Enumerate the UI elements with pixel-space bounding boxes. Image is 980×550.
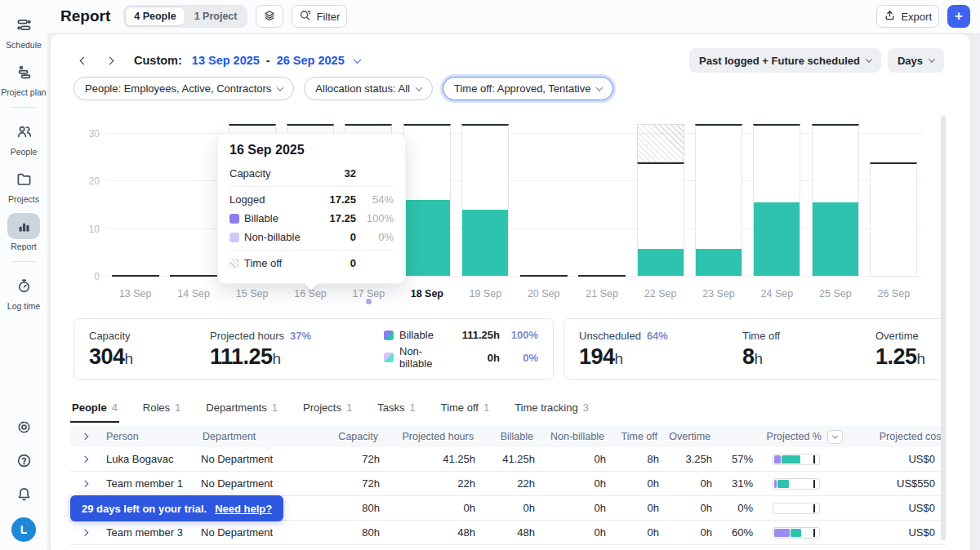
chevron-down-icon — [416, 84, 422, 91]
row-expand-chevron[interactable] — [70, 530, 100, 535]
hundred-percent-tick — [813, 480, 815, 488]
billable-swatch-icon — [229, 214, 239, 224]
row-expand-chevron[interactable] — [70, 457, 100, 462]
table-row-1[interactable]: Luka BogavacNo Department72h41.25h41.25h… — [70, 447, 946, 472]
capacity: 72h — [296, 477, 380, 490]
capacity-bar-25-sep[interactable] — [812, 124, 859, 277]
column-header-person: Person — [100, 431, 201, 442]
tab-time-off[interactable]: Time off1 — [439, 400, 491, 421]
range-start-date[interactable]: 13 Sep 2025 — [192, 54, 260, 67]
logged-segment — [774, 480, 777, 488]
projected-pct-bar — [773, 527, 820, 539]
legend-percent: 100% — [506, 329, 538, 341]
tab-projects[interactable]: Projects1 — [301, 400, 354, 421]
report-card: Custom: 13 Sep 2025 - 26 Sep 2025 Past l… — [51, 34, 970, 550]
sidebar-item-projects[interactable]: Projects — [0, 161, 47, 208]
billable-legend: Billable111.25h100%Non-billable0h0% — [369, 330, 538, 369]
prev-period-button[interactable] — [74, 51, 93, 70]
sidebar-item-people[interactable]: People — [0, 113, 47, 161]
tooltip-date: 16 Sep 2025 — [229, 143, 394, 157]
x-axis-label-23-sep: 23 Sep — [702, 288, 735, 299]
tooltip-row-percent: 0% — [361, 231, 394, 243]
tab-time-tracking[interactable]: Time tracking3 — [513, 400, 590, 421]
tab-tasks[interactable]: Tasks1 — [376, 400, 416, 421]
x-axis-label-13-sep: 13 Sep — [119, 288, 152, 299]
next-period-button[interactable] — [100, 51, 119, 70]
tooltip-row-non-billable: Non-billable00% — [229, 228, 394, 246]
tab-roles[interactable]: Roles1 — [141, 400, 182, 421]
project-scope-button[interactable]: 1 Project — [185, 7, 247, 26]
filter-pill-1[interactable]: People: Employees, Active, Contractors — [74, 77, 294, 100]
date-range-chevron-icon[interactable] — [353, 55, 361, 64]
sidebar-bottom: L — [0, 417, 47, 542]
tooltip-row-label: Logged — [229, 193, 315, 206]
expand-all-chevron[interactable] — [70, 434, 100, 439]
scheduled-segment — [782, 455, 800, 464]
interval-select[interactable]: Days — [888, 48, 944, 73]
table-row-2[interactable]: Team member 1No Department72h22h22h0h0h0… — [70, 472, 946, 496]
bell-icon[interactable] — [14, 484, 33, 503]
non-billable-swatch-icon — [229, 233, 239, 242]
tab-people[interactable]: People4 — [70, 400, 119, 423]
capacity-bar-26-sep[interactable] — [870, 162, 917, 277]
capacity-bar-22-sep[interactable] — [637, 162, 684, 277]
add-button[interactable]: + — [947, 5, 970, 28]
person-name: Team member 1 — [100, 477, 201, 490]
x-axis-label-19-sep: 19 Sep — [469, 288, 501, 299]
need-help-link[interactable]: Need help? — [215, 503, 272, 515]
topbar: Report 4 People 1 Project Filter Export … — [47, 0, 980, 33]
selected-day-dot — [366, 299, 372, 304]
tab-departments[interactable]: Departments1 — [204, 400, 279, 421]
overtime: 3.25h — [659, 453, 712, 465]
sidebar-item-label: Projects — [8, 194, 39, 204]
export-button-label: Export — [901, 11, 932, 23]
projected-pct: 0% — [712, 502, 753, 514]
projected-pct-bar-cell — [753, 478, 825, 490]
filter-button[interactable]: Filter — [292, 5, 347, 28]
projected-hours: 0h — [380, 502, 475, 514]
chevron-down-icon — [832, 432, 838, 438]
capacity: 80h — [296, 502, 380, 514]
x-axis-label-22-sep: 22 Sep — [644, 288, 677, 299]
row-expand-chevron[interactable] — [70, 481, 100, 486]
tooltip-row-percent: 54% — [361, 193, 394, 206]
billable: 22h — [475, 477, 535, 490]
legend-label: Non-billable — [399, 345, 447, 370]
projected-pct-bar-cell — [753, 454, 825, 465]
capacity-bar-19-sep[interactable] — [461, 124, 509, 277]
help-icon[interactable] — [14, 450, 33, 470]
tooltip-row-logged: Logged17.2554% — [229, 190, 394, 209]
people-scope-button[interactable]: 4 People — [125, 7, 185, 26]
hundred-percent-tick — [813, 529, 815, 537]
legend-percent: 0% — [506, 352, 538, 364]
capacity-bar-18-sep[interactable] — [403, 124, 451, 277]
person-name: Luka Bogavac — [100, 453, 201, 465]
export-button[interactable]: Export — [876, 5, 939, 28]
logged-scheduled-mode-select[interactable]: Past logged + Future scheduled — [689, 48, 881, 73]
table-row-4[interactable]: Team member 3No Department80h48h48h0h0h0… — [70, 521, 946, 545]
non-billable: 0h — [535, 502, 606, 514]
sidebar-item-log-time[interactable]: Log time — [0, 268, 47, 315]
range-end-date[interactable]: 26 Sep 2025 — [277, 54, 345, 67]
sidebar-item-schedule[interactable]: Schedule — [0, 7, 47, 54]
tab-count: 3 — [583, 401, 589, 414]
filter-pill-2[interactable]: Allocation status: All — [304, 77, 433, 100]
sidebar-item-project-plan[interactable]: Project plan — [0, 54, 47, 101]
projected-pct-bar — [773, 478, 820, 490]
capacity-bar-24-sep[interactable] — [753, 124, 800, 277]
capacity-bar-23-sep[interactable] — [695, 124, 742, 277]
sidebar-item-label: Schedule — [6, 40, 42, 50]
tooltip-row-label: Non-billable — [244, 231, 315, 243]
projected-pct-bar — [773, 454, 820, 465]
views-button[interactable] — [256, 5, 283, 28]
sidebar: ScheduleProject planPeopleProjectsReport… — [0, 0, 47, 550]
time-off: 0h — [606, 502, 659, 514]
gear-icon[interactable] — [14, 417, 33, 437]
department: No Department — [201, 453, 296, 465]
sidebar-item-report[interactable]: Report — [0, 208, 47, 255]
filter-pill-3[interactable]: Time off: Approved, Tentative — [443, 77, 613, 100]
billable-swatch-icon — [384, 330, 394, 340]
projected-pct-dropdown[interactable] — [827, 430, 843, 444]
user-avatar[interactable]: L — [11, 517, 36, 542]
scrollbar-thumb[interactable] — [941, 116, 946, 540]
